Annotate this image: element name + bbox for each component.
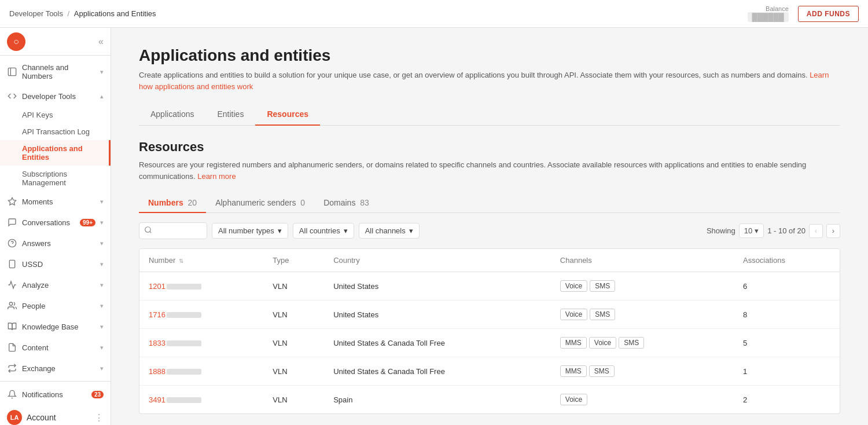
page-title: Applications and entities — [139, 46, 840, 65]
numbers-count: 20 — [188, 198, 197, 207]
sidebar-collapse-button[interactable]: « — [98, 36, 104, 47]
sidebar-sub-item-subscriptions[interactable]: Subscriptions Management — [0, 166, 111, 191]
cell-number: 1833 — [139, 329, 263, 357]
sidebar-item-developer-tools[interactable]: Developer Tools ▴ — [0, 86, 111, 107]
chevron-down-icon: ▾ — [100, 302, 104, 310]
number-link[interactable]: 3491 — [149, 395, 201, 404]
sort-icon: ⇅ — [179, 258, 183, 264]
balance-label: Balance — [766, 5, 789, 12]
cell-number: 1888 — [139, 357, 263, 386]
next-page-button[interactable]: › — [826, 224, 840, 238]
sidebar-item-label-answers: Answers — [22, 239, 95, 248]
sidebar-item-knowledge-base[interactable]: Knowledge Base ▾ — [0, 316, 111, 337]
sidebar-item-people[interactable]: People ▾ — [0, 295, 111, 316]
channels-filter[interactable]: All channels ▾ — [359, 223, 420, 239]
showing-label: Showing — [707, 226, 735, 235]
sidebar-bottom: Notifications 23 LA Account ⋮ — [0, 381, 111, 425]
search-input[interactable] — [156, 226, 202, 235]
channel-badge: Voice — [589, 337, 616, 349]
sidebar-item-content[interactable]: Content ▾ — [0, 337, 111, 358]
sidebar-sub-label-api-keys: API Keys — [22, 111, 53, 119]
channel-badge: Voice — [560, 309, 587, 320]
conversations-badge: 99+ — [80, 219, 95, 226]
sidebar-item-ussd[interactable]: USSD ▾ — [0, 254, 111, 274]
chat-icon — [7, 217, 17, 228]
sub-tab-numbers[interactable]: Numbers 20 — [139, 193, 206, 213]
channel-badge: Voice — [560, 280, 587, 292]
more-icon: ⋮ — [94, 412, 104, 423]
sidebar-item-conversations[interactable]: Conversations 99+ ▾ — [0, 212, 111, 233]
col-country: Country — [324, 249, 551, 272]
number-types-filter[interactable]: All number types ▾ — [212, 223, 288, 239]
breadcrumb-current: Applications and Entities — [74, 9, 156, 18]
sidebar-item-notifications[interactable]: Notifications 23 — [0, 384, 111, 405]
svg-marker-2 — [8, 197, 16, 205]
sidebar-sub-item-api-transaction-log[interactable]: API Transaction Log — [0, 123, 111, 140]
sidebar-item-exchange[interactable]: Exchange ▾ — [0, 358, 111, 379]
search-box[interactable] — [139, 222, 207, 239]
sidebar-sub-label-api-transaction-log: API Transaction Log — [22, 127, 90, 136]
svg-point-8 — [145, 227, 150, 232]
tab-resources[interactable]: Resources — [255, 104, 320, 126]
sidebar-notifications-label: Notifications — [22, 390, 87, 399]
svg-rect-0 — [8, 68, 16, 75]
cell-channels: VoiceSMS — [551, 272, 734, 301]
sidebar-account-label: Account — [27, 413, 56, 422]
tab-entities[interactable]: Entities — [206, 104, 256, 126]
answer-icon — [7, 238, 17, 248]
page-range: 1 - 10 of 20 — [767, 226, 806, 235]
chart-icon — [7, 280, 17, 290]
section-learn-more-link[interactable]: Learn more — [197, 172, 236, 181]
cell-associations: 1 — [734, 357, 840, 386]
sidebar-sub-item-api-keys[interactable]: API Keys — [0, 107, 111, 123]
cell-type: VLN — [263, 357, 324, 386]
sidebar-item-channels[interactable]: Channels and Numbers ▾ — [0, 58, 111, 86]
showing-select[interactable]: 10 ▾ — [739, 224, 764, 238]
cell-type: VLN — [263, 386, 324, 414]
star-icon — [7, 196, 17, 207]
number-link[interactable]: 1201 — [149, 282, 201, 291]
sub-tab-domains[interactable]: Domains 83 — [314, 193, 378, 213]
sidebar-item-label-moments: Moments — [22, 197, 95, 206]
phone-icon — [7, 67, 17, 77]
cell-type: VLN — [263, 329, 324, 357]
channel-badge: SMS — [590, 309, 615, 320]
prev-page-button[interactable]: ‹ — [809, 224, 823, 238]
numbers-table: Number ⇅ Type Country Channels Associati… — [139, 248, 840, 414]
chevron-down-icon: ▾ — [100, 323, 104, 331]
cell-channels: VoiceSMS — [551, 301, 734, 329]
number-link[interactable]: 1888 — [149, 367, 201, 376]
chevron-down-icon: ▾ — [344, 226, 348, 235]
sidebar-item-moments[interactable]: Moments ▾ — [0, 191, 111, 212]
number-link[interactable]: 1716 — [149, 310, 201, 319]
channel-badge: SMS — [590, 280, 615, 292]
cell-type: VLN — [263, 301, 324, 329]
cell-associations: 6 — [734, 272, 840, 301]
tab-applications[interactable]: Applications — [139, 104, 206, 126]
cell-country: United States & Canada Toll Free — [324, 329, 551, 357]
sidebar-item-account[interactable]: LA Account ⋮ — [0, 405, 111, 425]
col-channels: Channels — [551, 249, 734, 272]
sub-tab-alphanumeric[interactable]: Alphanumeric senders 0 — [206, 193, 314, 213]
pagination-area: Showing 10 ▾ 1 - 10 of 20 ‹ › — [707, 224, 840, 238]
top-header: Developer Tools / Applications and Entit… — [0, 0, 868, 28]
cell-type: VLN — [263, 272, 324, 301]
chevron-down-icon: ▾ — [100, 261, 104, 268]
sidebar-item-answers[interactable]: Answers ▾ — [0, 233, 111, 254]
main-content: Applications and entities Create applica… — [111, 28, 868, 425]
countries-filter[interactable]: All countries ▾ — [293, 223, 354, 239]
cell-associations: 8 — [734, 301, 840, 329]
chevron-up-icon: ▴ — [100, 93, 104, 100]
account-avatar: LA — [7, 410, 22, 425]
sidebar-sub-label-subscriptions: Subscriptions Management — [22, 170, 104, 187]
number-link[interactable]: 1833 — [149, 339, 201, 347]
add-funds-button[interactable]: ADD FUNDS — [798, 6, 859, 22]
breadcrumb-separator: / — [68, 9, 70, 18]
chevron-down-icon: ▾ — [100, 198, 104, 206]
cell-country: United States — [324, 301, 551, 329]
section-title: Resources — [139, 140, 840, 155]
table-row: 1716VLNUnited StatesVoiceSMS8 — [139, 301, 840, 329]
sidebar-sub-item-applications-entities[interactable]: Applications and Entities — [0, 140, 111, 166]
svg-line-9 — [150, 232, 152, 233]
sidebar-item-analyze[interactable]: Analyze ▾ — [0, 274, 111, 295]
